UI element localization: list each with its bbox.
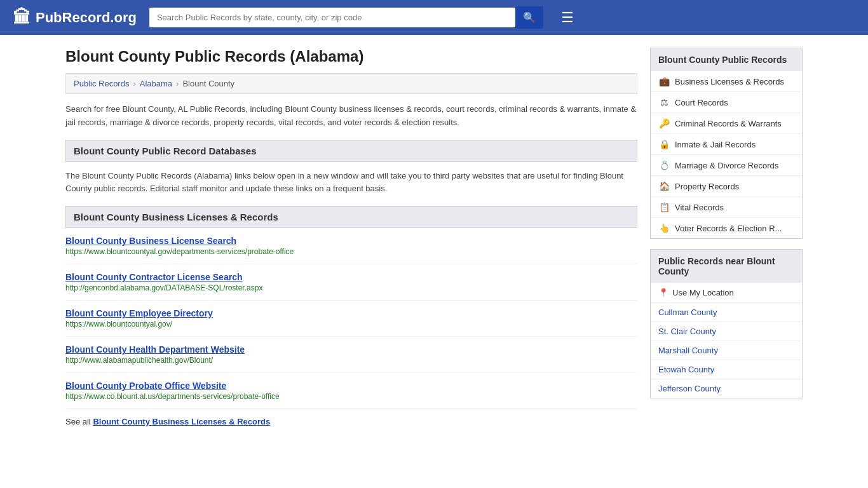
sidebar-item-criminal-records[interactable]: 🔑 Criminal Records & Warrants	[651, 113, 802, 134]
record-title[interactable]: Blount County Health Department Website	[65, 344, 637, 355]
sidebar-item-inmate-records[interactable]: 🔒 Inmate & Jail Records	[651, 134, 802, 155]
breadcrumb-alabama[interactable]: Alabama	[140, 79, 172, 88]
sidebar-item-marriage-records[interactable]: 💍 Marriage & Divorce Records	[651, 155, 802, 176]
record-entry: Blount County Probate Office Website htt…	[65, 381, 637, 409]
breadcrumb-blount-county: Blount County	[182, 79, 234, 88]
sidebar-public-records-box: Blount County Public Records 💼 Business …	[650, 48, 803, 239]
see-all-text: See all	[65, 417, 93, 426]
search-input[interactable]	[149, 8, 515, 27]
description: Search for free Blount County, AL Public…	[65, 103, 637, 130]
sidebar-item-label: Voter Records & Election R...	[675, 224, 782, 233]
record-url: https://www.blountcountyal.gov/departmen…	[65, 247, 637, 256]
sidebar-nearby-heading: Public Records near Blount County	[651, 250, 802, 283]
search-icon: 🔍	[523, 12, 536, 23]
see-all-link[interactable]: Blount County Business Licenses & Record…	[93, 417, 270, 426]
page-title: Blount County Public Records (Alabama)	[65, 48, 637, 65]
clipboard-icon: 📋	[658, 202, 670, 212]
record-entry: Blount County Employee Directory https:/…	[65, 308, 637, 337]
building-icon: 🏛	[13, 7, 31, 28]
records-list: Blount County Business License Search ht…	[65, 236, 637, 409]
breadcrumb-sep-1: ›	[133, 79, 135, 88]
sidebar-item-label: Inmate & Jail Records	[675, 140, 756, 149]
home-icon: 🏠	[658, 181, 670, 191]
briefcase-icon: 💼	[658, 76, 670, 86]
nearby-etowah[interactable]: Etowah County	[651, 360, 802, 379]
see-all: See all Blount County Business Licenses …	[65, 417, 637, 426]
nearby-jefferson[interactable]: Jefferson County	[651, 379, 802, 398]
record-entry: Blount County Business License Search ht…	[65, 236, 637, 264]
nearby-marshall[interactable]: Marshall County	[651, 341, 802, 360]
sidebar-item-voter-records[interactable]: 👆 Voter Records & Election R...	[651, 218, 802, 238]
record-title[interactable]: Blount County Employee Directory	[65, 308, 637, 318]
business-section-header: Blount County Business Licenses & Record…	[65, 206, 637, 228]
ring-icon: 💍	[658, 160, 670, 170]
breadcrumb-sep-2: ›	[176, 79, 179, 88]
location-icon: 📍	[658, 288, 668, 297]
scales-icon: ⚖	[658, 97, 670, 107]
record-entry: Blount County Health Department Website …	[65, 344, 637, 373]
lock-icon: 🔒	[658, 139, 670, 149]
sidebar-item-court-records[interactable]: ⚖ Court Records	[651, 92, 802, 113]
sidebar-item-label: Business Licenses & Records	[675, 77, 784, 86]
breadcrumb: Public Records › Alabama › Blount County	[65, 73, 637, 94]
record-url: http://genconbd.alabama.gov/DATABASE-SQL…	[65, 283, 637, 292]
record-title[interactable]: Blount County Probate Office Website	[65, 381, 637, 391]
main-container: Blount County Public Records (Alabama) P…	[53, 35, 815, 439]
use-location[interactable]: 📍 Use My Location	[651, 283, 802, 303]
record-url: https://www.blountcountyal.gov/	[65, 320, 637, 329]
sidebar-item-label: Property Records	[675, 182, 739, 191]
sidebar-item-business-licenses[interactable]: 💼 Business Licenses & Records	[651, 71, 802, 92]
nearby-st-clair[interactable]: St. Clair County	[651, 322, 802, 341]
sidebar-item-label: Vital Records	[675, 203, 724, 212]
sidebar-public-records-heading: Blount County Public Records	[651, 48, 802, 71]
sidebar-item-label: Court Records	[675, 98, 728, 107]
menu-icon[interactable]: ☰	[561, 10, 574, 26]
record-title[interactable]: Blount County Contractor License Search	[65, 272, 637, 282]
record-title[interactable]: Blount County Business License Search	[65, 236, 637, 246]
record-url: https://www.co.blount.al.us/departments-…	[65, 392, 637, 401]
content: Blount County Public Records (Alabama) P…	[65, 48, 637, 426]
thumbsup-icon: 👆	[658, 223, 670, 233]
use-location-label: Use My Location	[672, 288, 734, 297]
sidebar: Blount County Public Records 💼 Business …	[650, 48, 803, 426]
databases-description: The Blount County Public Records (Alabam…	[65, 170, 637, 196]
breadcrumb-public-records[interactable]: Public Records	[74, 79, 129, 88]
search-bar: 🔍	[149, 6, 543, 29]
databases-section-header: Blount County Public Record Databases	[65, 140, 637, 162]
sidebar-nearby-box: Public Records near Blount County 📍 Use …	[650, 249, 803, 398]
sidebar-item-property-records[interactable]: 🏠 Property Records	[651, 176, 802, 197]
sidebar-item-vital-records[interactable]: 📋 Vital Records	[651, 197, 802, 218]
logo-area[interactable]: 🏛 PubRecord.org	[13, 7, 137, 28]
sidebar-item-label: Criminal Records & Warrants	[675, 119, 782, 128]
search-button[interactable]: 🔍	[515, 6, 543, 29]
record-url: http://www.alabamapublichealth.gov/Bloun…	[65, 356, 637, 365]
record-entry: Blount County Contractor License Search …	[65, 272, 637, 301]
sidebar-item-label: Marriage & Divorce Records	[675, 161, 778, 170]
key-icon: 🔑	[658, 118, 670, 128]
header: 🏛 PubRecord.org 🔍 ☰	[0, 0, 868, 35]
logo-text: PubRecord.org	[36, 10, 137, 26]
nearby-cullman[interactable]: Cullman County	[651, 303, 802, 322]
